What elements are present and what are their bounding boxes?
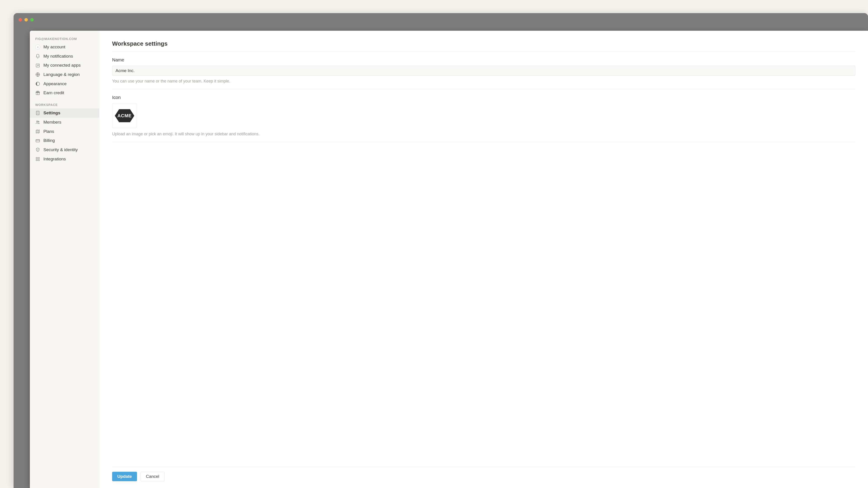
sidebar-item-integrations[interactable]: Integrations bbox=[30, 155, 99, 164]
workspace-icon-group: Icon ACME Upload an image or pick an emo… bbox=[112, 89, 855, 142]
sidebar-item-label: Earn credit bbox=[43, 90, 64, 96]
sidebar-item-language-region[interactable]: Language & region bbox=[30, 70, 99, 79]
sidebar-item-label: My notifications bbox=[43, 54, 73, 59]
settings-sidebar: FIG@MAKENOTION.COM ☺ My account My notif… bbox=[30, 31, 99, 488]
workspace-icon-picker[interactable]: ACME bbox=[112, 103, 137, 128]
zoom-window-button[interactable] bbox=[30, 18, 34, 22]
sidebar-workspace-header: WORKSPACE bbox=[30, 102, 99, 108]
avatar-icon: ☺ bbox=[35, 44, 40, 50]
sidebar-item-earn-credit[interactable]: Earn credit bbox=[30, 88, 99, 98]
svg-point-6 bbox=[37, 121, 38, 122]
close-window-button[interactable] bbox=[19, 18, 22, 22]
settings-footer: Update Cancel bbox=[112, 466, 855, 488]
svg-rect-12 bbox=[38, 160, 39, 161]
sidebar-item-label: Security & identity bbox=[43, 147, 78, 153]
window-controls bbox=[13, 13, 868, 22]
svg-rect-10 bbox=[38, 158, 39, 159]
sidebar-item-label: Billing bbox=[43, 138, 55, 143]
sidebar-item-label: My account bbox=[43, 44, 65, 50]
svg-rect-8 bbox=[36, 139, 40, 142]
settings-main: Workspace settings Name You can use your… bbox=[99, 31, 868, 488]
workspace-name-input[interactable] bbox=[112, 66, 855, 76]
app-window: FIG@MAKENOTION.COM ☺ My account My notif… bbox=[13, 13, 868, 488]
workspace-icon-preview: ACME bbox=[115, 109, 134, 122]
svg-rect-11 bbox=[36, 160, 37, 161]
settings-modal: FIG@MAKENOTION.COM ☺ My account My notif… bbox=[30, 31, 868, 488]
sidebar-item-security[interactable]: Security & identity bbox=[30, 145, 99, 155]
sidebar-item-label: Integrations bbox=[43, 156, 66, 162]
sidebar-item-my-notifications[interactable]: My notifications bbox=[30, 52, 99, 61]
workspace-name-group: Name You can use your name or the name o… bbox=[112, 52, 855, 89]
cancel-button[interactable]: Cancel bbox=[141, 472, 164, 481]
content-fade bbox=[861, 31, 868, 488]
name-field-label: Name bbox=[112, 57, 855, 63]
sidebar-item-label: Settings bbox=[43, 110, 60, 116]
sidebar-item-connected-apps[interactable]: My connected apps bbox=[30, 61, 99, 70]
icon-help-text: Upload an image or pick an emoji. It wil… bbox=[112, 131, 855, 137]
shield-icon bbox=[35, 147, 40, 152]
sidebar-item-label: Language & region bbox=[43, 72, 80, 77]
sidebar-item-label: My connected apps bbox=[43, 63, 81, 68]
svg-rect-5 bbox=[36, 111, 39, 115]
moon-icon bbox=[35, 81, 40, 86]
sidebar-item-label: Plans bbox=[43, 129, 54, 134]
sidebar-item-appearance[interactable]: Appearance bbox=[30, 79, 99, 89]
sidebar-item-my-account[interactable]: ☺ My account bbox=[30, 42, 99, 52]
map-icon bbox=[35, 129, 40, 134]
grid-icon bbox=[35, 157, 40, 162]
svg-rect-9 bbox=[36, 158, 37, 159]
bell-icon bbox=[35, 54, 40, 59]
update-button[interactable]: Update bbox=[112, 472, 137, 481]
building-icon bbox=[35, 110, 40, 116]
sidebar-item-members[interactable]: Members bbox=[30, 118, 99, 127]
globe-icon bbox=[35, 72, 40, 77]
card-icon bbox=[35, 138, 40, 143]
people-icon bbox=[35, 120, 40, 125]
svg-point-7 bbox=[38, 121, 39, 122]
minimize-window-button[interactable] bbox=[24, 18, 28, 22]
sidebar-item-billing[interactable]: Billing bbox=[30, 136, 99, 145]
sidebar-item-plans[interactable]: Plans bbox=[30, 127, 99, 136]
sidebar-item-label: Appearance bbox=[43, 81, 66, 87]
name-help-text: You can use your name or the name of you… bbox=[112, 78, 855, 84]
arrow-box-icon bbox=[35, 63, 40, 68]
gift-icon bbox=[35, 91, 40, 96]
sidebar-item-settings[interactable]: Settings bbox=[30, 108, 99, 118]
sidebar-account-header: FIG@MAKENOTION.COM bbox=[30, 36, 99, 42]
sidebar-item-label: Members bbox=[43, 120, 61, 125]
icon-field-label: Icon bbox=[112, 95, 855, 100]
page-title: Workspace settings bbox=[112, 40, 855, 52]
